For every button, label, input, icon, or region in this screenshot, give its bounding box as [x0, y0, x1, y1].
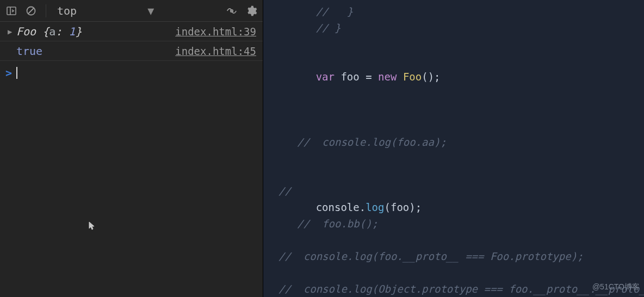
settings-gear-icon[interactable] — [244, 4, 258, 18]
text-cursor — [16, 67, 17, 79]
code-line[interactable]: var foo = new Foo(); — [278, 69, 644, 85]
code-line[interactable]: // foo.bb(); — [278, 215, 644, 232]
console-log-source-link[interactable]: index.html:45 — [175, 41, 256, 61]
scope-label: top — [54, 4, 77, 17]
live-expression-icon[interactable] — [225, 4, 239, 18]
chevron-down-icon: ▼ — [147, 4, 154, 17]
clear-console-icon[interactable] — [24, 4, 38, 18]
console-log-source-link[interactable]: index.html:39 — [175, 22, 256, 41]
prompt-chevron-icon: > — [5, 63, 12, 83]
console-log-row[interactable]: true index.html:45 — [0, 41, 263, 61]
svg-rect-0 — [7, 7, 16, 15]
code-line[interactable] — [278, 101, 644, 117]
toolbar-divider — [46, 4, 46, 17]
mouse-pointer-icon — [89, 218, 95, 237]
devtools-console-panel: top ▼ ▶ Foo {a: 1} index.html:39 true in… — [0, 0, 263, 297]
code-line[interactable] — [278, 264, 644, 281]
code-line[interactable]: // — [278, 183, 644, 199]
console-log-row[interactable]: ▶ Foo {a: 1} index.html:39 — [0, 22, 263, 41]
code-line[interactable] — [278, 52, 644, 69]
code-line[interactable]: // console.log(Object.prototype === foo.… — [278, 281, 644, 297]
execution-context-selector[interactable]: top ▼ — [54, 4, 154, 17]
code-line[interactable] — [278, 232, 644, 248]
console-toolbar: top ▼ — [0, 0, 263, 22]
code-line[interactable] — [278, 36, 644, 52]
console-output: ▶ Foo {a: 1} index.html:39 true index.ht… — [0, 22, 263, 297]
svg-line-2 — [28, 8, 34, 14]
console-prompt[interactable]: > — [0, 61, 263, 83]
code-line[interactable]: // console.log(foo.__proto__ === Foo.pro… — [278, 248, 644, 264]
watermark-label: @51CTO博客 — [592, 279, 640, 295]
console-log-value: true — [16, 41, 175, 61]
code-line[interactable]: // } — [278, 20, 644, 36]
console-log-object: Foo {a: 1} — [16, 22, 175, 41]
code-line[interactable] — [278, 117, 644, 134]
code-line[interactable]: console.log(foo); — [278, 199, 644, 215]
code-line[interactable] — [278, 85, 644, 101]
toggle-sidebar-icon[interactable] — [4, 4, 18, 18]
code-line[interactable] — [278, 150, 644, 166]
code-line[interactable]: // } — [278, 3, 644, 20]
expand-caret-icon[interactable]: ▶ — [8, 22, 12, 41]
code-editor-panel[interactable]: // } // } var foo = new Foo(); // consol… — [263, 0, 644, 297]
code-line[interactable]: // console.log(foo.aa); — [278, 134, 644, 150]
code-line[interactable] — [278, 166, 644, 183]
